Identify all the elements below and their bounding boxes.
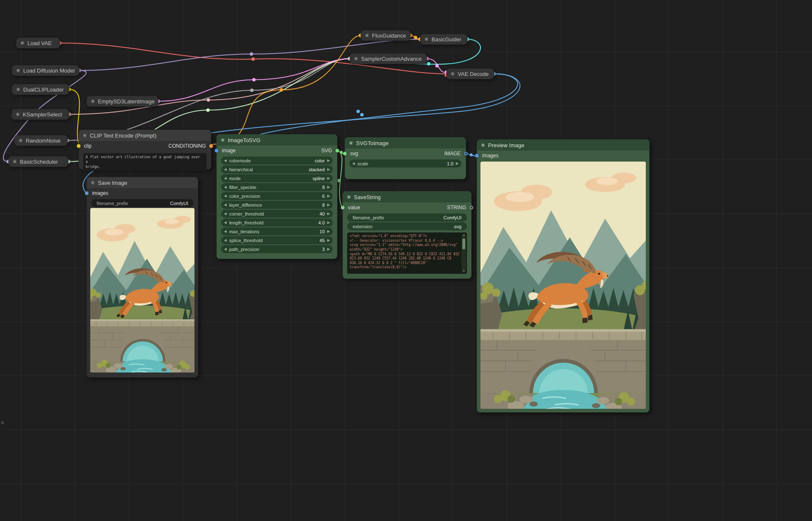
arrow-left-icon[interactable]: ◀ [224,203,227,207]
input-slot-image[interactable]: image [222,148,236,154]
arrow-right-icon[interactable]: ▶ [327,230,330,233]
widget-mode[interactable]: ◀ mode spline ▶ [221,174,333,182]
node-save-string[interactable]: SaveString value STRING filename_prefix … [343,191,472,279]
collapse-dot[interactable] [21,41,24,45]
input-slot-images[interactable]: images [92,190,108,196]
node-image-to-svg[interactable]: ImageToSVG image SVG ◀ colormode color ▶… [216,134,337,259]
arrow-left-icon[interactable]: ◀ [352,162,355,165]
collapse-dot[interactable] [91,181,94,184]
arrow-left-icon[interactable]: ◀ [224,177,227,180]
output-slot-image[interactable]: IMAGE [444,151,461,157]
arrow-left-icon[interactable]: ◀ [224,194,227,198]
arrow-right-icon[interactable]: ▶ [327,203,330,207]
collapse-dot[interactable] [16,69,20,72]
svg-output-dot[interactable] [335,149,339,153]
conditioning-output-dot[interactable] [209,144,213,148]
collapse-dot[interactable] [91,100,94,103]
string-output-dot[interactable] [469,206,473,210]
widget-filename-prefix[interactable]: filename_prefix ComfyUI [91,199,194,207]
node-preview-image[interactable]: Preview Image images [477,139,650,413]
node-randomnoise[interactable]: RandomNoise [14,135,67,146]
arrow-left-icon[interactable]: ◀ [224,159,227,162]
node-fluxguidance[interactable]: FluxGuidance [361,30,410,41]
widget-colormode[interactable]: ◀ colormode color ▶ [221,157,333,165]
arrow-right-icon[interactable]: ▶ [327,186,330,189]
node-load-vae[interactable]: Load VAE [16,38,60,49]
node-titlebar[interactable]: ImageToSVG [217,135,337,146]
value-input-dot[interactable] [341,206,345,210]
arrow-right-icon[interactable]: ▶ [327,221,330,224]
widget-layer-difference[interactable]: ◀ layer_difference 8 ▶ [221,201,333,209]
input-slot-svg[interactable]: svg [350,151,358,157]
input-slot-clip[interactable]: clip [84,143,92,149]
collapse-dot[interactable] [221,138,224,142]
node-titlebar[interactable]: Save Image [87,177,198,188]
collapse-dot[interactable] [425,38,428,41]
node-titlebar[interactable]: SaveString [343,192,471,202]
node-basicscheduler[interactable]: BasicScheduler [8,156,68,167]
node-titlebar[interactable]: Preview Image [477,140,649,151]
arrow-right-icon[interactable]: ▶ [327,168,330,171]
node-samplercustomadvance[interactable]: SamplerCustomAdvance [350,53,427,64]
widget-path-precision[interactable]: ◀ path_precision 3 ▶ [221,245,333,253]
collapse-dot[interactable] [16,88,20,91]
widget-hierarchical[interactable]: ◀ hierarchical stacked ▶ [221,165,333,173]
node-graph-canvas[interactable]: Load VAE Load Diffusion Model DualCLIPLo… [0,0,812,521]
arrow-right-icon[interactable]: ▶ [327,239,330,242]
arrow-left-icon[interactable]: ◀ [224,239,227,242]
widget-scale[interactable]: ◀ scale 1.0 ▶ [349,159,461,167]
widget-max-iterations[interactable]: ◀ max_iterations 10 ▶ [221,227,333,235]
widget-color-precision[interactable]: ◀ color_precision 6 ▶ [221,192,333,200]
arrow-left-icon[interactable]: ◀ [224,221,227,224]
collapse-dot[interactable] [13,160,16,163]
node-load-diffusion-model[interactable]: Load Diffusion Model [12,65,79,76]
output-slot-conditioning[interactable]: CONDITIONING [168,143,206,149]
collapse-dot[interactable] [347,195,351,199]
output-slot-svg[interactable]: SVG [321,148,332,154]
images-input-dot[interactable] [85,192,89,195]
widget-corner-threshold[interactable]: ◀ corner_threshold 40 ▶ [221,210,333,218]
widget-filter-speckle[interactable]: ◀ filter_speckle 8 ▶ [221,183,333,191]
widget-extension[interactable]: extension .svg [347,222,467,230]
node-emptysd3latentimage[interactable]: EmptySD3LatentImage [86,96,158,107]
collapse-dot[interactable] [481,143,485,147]
collapse-dot[interactable] [365,34,369,37]
node-svg-to-image[interactable]: SVGToImage svg IMAGE ◀ scale 1.0 ▶ [345,137,466,179]
chevron-down-icon[interactable]: ∨ [463,269,465,273]
arrow-right-icon[interactable]: ▶ [456,162,459,165]
output-slot-string[interactable]: STRING [447,205,466,211]
collapse-dot[interactable] [451,72,454,76]
input-slot-value[interactable]: value [348,205,360,211]
collapse-dot[interactable] [349,141,353,145]
arrow-left-icon[interactable]: ◀ [224,248,227,251]
chevron-up-icon[interactable]: ∧ [463,233,465,238]
node-titlebar[interactable]: CLIP Text Encode (Prompt) [79,130,211,141]
node-basicguider[interactable]: BasicGuider [420,34,467,45]
scrollbar[interactable]: ∧ ∨ [461,233,466,273]
node-ksamplerselect[interactable]: KSamplerSelect [11,109,69,120]
node-titlebar[interactable]: SVGToImage [345,138,466,148]
string-preview-box[interactable]: <?xml version="1.0" encoding="UTF-8"?> <… [347,232,467,274]
clip-input-dot[interactable] [77,144,81,148]
image-input-dot[interactable] [215,149,219,153]
preview-image-display[interactable] [480,162,646,409]
collapse-dot[interactable] [16,113,19,116]
widget-splice-threshold[interactable]: ◀ splice_threshold 45 ▶ [221,236,333,244]
arrow-right-icon[interactable]: ▶ [327,177,330,180]
prompt-textarea[interactable]: A flat vector art illustration of a goat… [83,153,207,171]
collapse-dot[interactable] [354,57,358,60]
widget-length-threshold[interactable]: ◀ length_threshold 4.0 ▶ [221,219,333,227]
node-dualcliploader[interactable]: DualCLIPLoader [12,84,69,95]
arrow-right-icon[interactable]: ▶ [327,159,330,162]
arrow-left-icon[interactable]: ◀ [224,168,227,171]
node-save-image[interactable]: Save Image images filename_prefix ComfyU… [86,177,198,378]
scrollbar-thumb[interactable] [462,238,465,249]
saved-image-preview[interactable] [90,208,194,373]
arrow-right-icon[interactable]: ▶ [327,194,330,198]
svg-input-dot[interactable] [343,152,347,156]
collapse-dot[interactable] [83,134,86,137]
node-vae-decode[interactable]: VAE Decode [446,68,494,79]
arrow-left-icon[interactable]: ◀ [224,186,227,189]
arrow-right-icon[interactable]: ▶ [327,248,330,251]
input-slot-images[interactable]: images [482,153,499,159]
